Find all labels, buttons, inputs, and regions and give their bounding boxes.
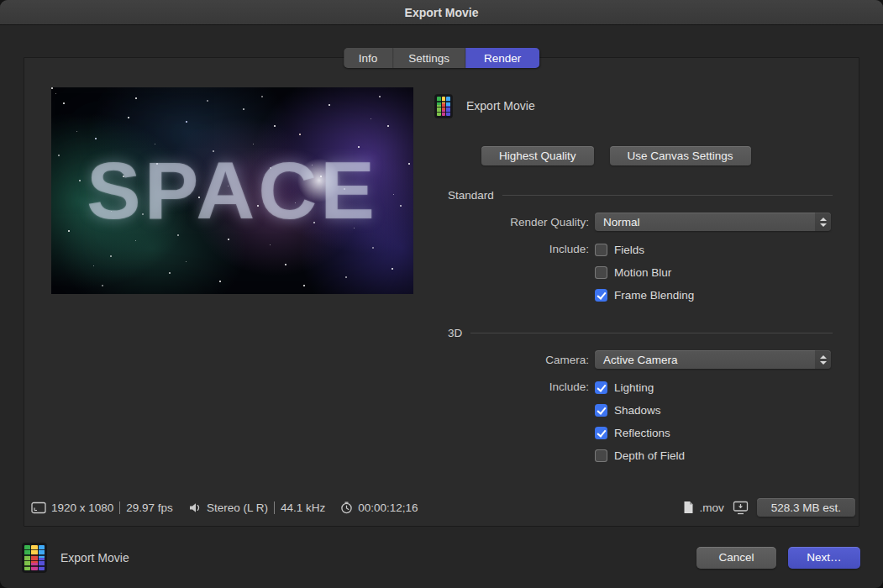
audio-item: Stereo (L R) <box>188 501 268 514</box>
preview-image: SPACE <box>51 87 413 294</box>
up-down-chevrons-icon <box>815 350 831 369</box>
monitor-arrow-icon <box>733 501 749 515</box>
size-estimate-badge: 528.3 MB est. <box>757 498 855 517</box>
clock-icon <box>340 501 353 514</box>
shadows-checkbox-label: Shadows <box>614 404 661 417</box>
resolution-item: 1920 x 1080 <box>31 501 113 514</box>
camera-row: Camera: Active Camera <box>435 350 833 369</box>
frame-rate-value: 29.97 fps <box>126 501 173 514</box>
three-d-include-label: Include: <box>435 380 589 393</box>
standard-include-row: Include: Fields Motion Blur <box>435 242 833 303</box>
motion-blur-checkbox-label: Motion Blur <box>614 266 671 279</box>
three-d-include-checkboxes: Lighting Shadows Reflections <box>595 380 831 464</box>
export-movie-dialog: Export Movie Info Settings Render SPACE … <box>0 0 883 588</box>
motion-blur-checkbox[interactable] <box>595 266 607 279</box>
checkbox-row-reflections[interactable]: Reflections <box>595 425 831 441</box>
document-icon <box>683 501 694 514</box>
tab-info[interactable]: Info <box>344 48 394 68</box>
next-button[interactable]: Next… <box>788 547 860 569</box>
speaker-icon <box>188 501 202 514</box>
checkbox-row-depth-of-field[interactable]: Depth of Field <box>595 448 831 464</box>
checkbox-row-frame-blending[interactable]: Frame Blending <box>595 287 831 303</box>
filmstrip-icon <box>23 543 46 572</box>
status-divider <box>119 501 120 514</box>
fields-checkbox-label: Fields <box>614 244 644 256</box>
preview-title-text: SPACE <box>51 87 413 294</box>
checkbox-row-fields[interactable]: Fields <box>595 242 831 258</box>
standard-section-header: Standard <box>435 189 833 202</box>
camera-value: Active Camera <box>603 354 678 366</box>
cancel-button[interactable]: Cancel <box>696 547 776 569</box>
file-format-item: .mov <box>683 501 723 514</box>
render-quality-dropdown[interactable]: Normal <box>595 213 831 231</box>
render-settings-form: Export Movie Highest Quality Use Canvas … <box>435 87 833 494</box>
camera-dropdown[interactable]: Active Camera <box>595 350 831 369</box>
reflections-checkbox-label: Reflections <box>614 427 670 439</box>
tab-bar: Info Settings Render <box>344 48 540 68</box>
status-bar-right: .mov 528.3 MB est. <box>683 498 855 517</box>
section-divider <box>470 333 833 333</box>
frame-blending-checkbox[interactable] <box>595 289 607 302</box>
three-d-section-header: 3D <box>435 327 833 339</box>
reflections-checkbox[interactable] <box>595 427 607 439</box>
filmstrip-icon <box>435 95 452 118</box>
standard-include-label: Include: <box>435 242 589 255</box>
footer-actions: Cancel Next… <box>696 547 860 569</box>
standard-include-checkboxes: Fields Motion Blur Frame Blending <box>595 242 831 303</box>
lighting-checkbox-label: Lighting <box>614 381 654 394</box>
panel-main: SPACE Export Movie Highest Quality Use C… <box>24 58 859 494</box>
three-d-include-row: Include: Lighting Shadows <box>435 380 833 464</box>
render-quality-value: Normal <box>603 216 640 228</box>
footer-title: Export Movie <box>60 551 129 564</box>
display-frame-icon <box>31 501 46 514</box>
standard-section-label: Standard <box>448 189 494 202</box>
form-title: Export Movie <box>466 99 535 113</box>
dialog-content: Info Settings Render SPACE Export Movie <box>0 25 883 527</box>
status-bar: 1920 x 1080 29.97 fps Stereo (L R) 44.1 … <box>24 494 859 526</box>
use-canvas-settings-button[interactable]: Use Canvas Settings <box>610 146 751 165</box>
timecode-value: 00:00:12;16 <box>358 501 418 514</box>
fields-checkbox[interactable] <box>595 244 607 256</box>
window-title: Export Movie <box>405 6 479 19</box>
resolution-value: 1920 x 1080 <box>51 501 113 514</box>
depth-of-field-checkbox[interactable] <box>595 449 607 462</box>
three-d-section-label: 3D <box>448 327 462 339</box>
duration-item: 00:00:12;16 <box>340 501 418 514</box>
form-header: Export Movie <box>435 93 833 118</box>
status-divider <box>274 501 275 514</box>
render-quality-label: Render Quality: <box>435 216 589 228</box>
tab-render[interactable]: Render <box>465 48 539 68</box>
up-down-chevrons-icon <box>815 213 831 231</box>
checkbox-row-shadows[interactable]: Shadows <box>595 402 831 418</box>
preset-buttons: Highest Quality Use Canvas Settings <box>481 146 833 165</box>
titlebar: Export Movie <box>0 0 883 25</box>
checkbox-row-motion-blur[interactable]: Motion Blur <box>595 265 831 281</box>
audio-channels-value: Stereo (L R) <box>207 501 268 514</box>
section-divider <box>502 195 833 196</box>
depth-of-field-checkbox-label: Depth of Field <box>614 449 685 462</box>
frame-blending-checkbox-label: Frame Blending <box>614 289 694 302</box>
size-estimate-value: 528.3 MB est. <box>771 501 841 514</box>
checkbox-row-lighting[interactable]: Lighting <box>595 380 831 396</box>
shadows-checkbox[interactable] <box>595 404 607 417</box>
sample-rate-value: 44.1 kHz <box>281 501 325 514</box>
camera-label: Camera: <box>435 354 589 366</box>
highest-quality-button[interactable]: Highest Quality <box>481 146 594 165</box>
footer-bar: Export Movie Cancel Next… <box>0 527 883 588</box>
lighting-checkbox[interactable] <box>595 381 607 394</box>
render-quality-row: Render Quality: Normal <box>435 213 833 231</box>
export-panel: Info Settings Render SPACE Export Movie <box>24 57 859 527</box>
tab-settings[interactable]: Settings <box>393 48 465 68</box>
file-extension-value: .mov <box>699 501 723 514</box>
